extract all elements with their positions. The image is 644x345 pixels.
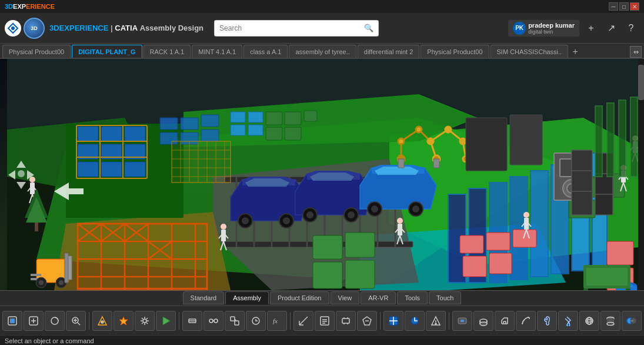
svg-rect-215 [626,288,630,290]
svg-rect-29 [201,115,219,127]
app-icon: 3DEXPERIENCE [5,3,55,10]
cmd-rotate-button[interactable] [45,311,65,331]
add-tab-button[interactable]: + [569,46,581,58]
svg-rect-18 [101,162,122,177]
cmd-fx-button[interactable]: fx [267,311,287,331]
close-button[interactable]: ✕ [630,2,639,11]
svg-rect-133 [530,171,548,277]
user-name: pradeep kumar [528,22,575,29]
cmd-sphere[interactable] [579,311,599,331]
svg-point-78 [398,138,404,144]
cmd-play-button[interactable] [156,311,176,331]
compass-button[interactable]: 3D [24,18,45,39]
user-name-area: pradeep kumar digital twin [528,22,575,35]
maximize-button[interactable]: □ [619,2,629,11]
svg-rect-37 [266,127,282,140]
search-box[interactable]: 🔍 [214,20,379,37]
add-button[interactable]: + [583,20,599,37]
svg-rect-152 [31,274,41,276]
nav-up-arrow[interactable] [16,161,26,168]
svg-marker-61 [310,172,354,181]
svg-rect-33 [231,125,245,135]
share-button[interactable]: ↗ [603,20,619,37]
cmd-star-button[interactable] [114,311,134,331]
cmd-wrench[interactable] [537,311,557,331]
svg-point-235 [101,321,104,323]
svg-point-79 [416,127,422,132]
tab-physical2[interactable]: Physical Product00 [421,45,489,58]
cmd-select-button[interactable] [2,311,22,331]
scroll-thumb[interactable] [638,65,644,100]
tab-assembly-tyree[interactable]: assembly of tyree.. [289,45,356,58]
nav-center-dot[interactable] [18,170,25,177]
cmd-snap-button[interactable] [92,311,112,331]
minimize-button[interactable]: ─ [609,2,618,11]
ds-logo[interactable] [5,20,21,37]
mode-tab-view[interactable]: View [331,291,360,304]
mode-tabs-bar: Standard Assembly Product Edition View A… [0,290,644,306]
tab-sim-chassis[interactable]: SIM CHASSISChassi.. [490,45,569,58]
svg-point-166 [221,224,226,230]
cmd-tool4[interactable] [516,311,536,331]
cmd-measure1[interactable] [293,311,313,331]
cmd-tool3[interactable] [495,311,515,331]
mode-tab-touch[interactable]: Touch [429,291,461,304]
cmd-constrain2[interactable] [203,311,223,331]
svg-point-89 [445,127,451,132]
cmd-paint[interactable] [558,311,578,331]
cmd-toggle[interactable] [622,311,642,331]
cmd-vis1[interactable] [383,311,403,331]
separator2 [179,312,179,330]
nav-right-arrow[interactable] [27,170,34,180]
mode-tab-tools[interactable]: Tools [397,291,428,304]
mode-tab-standard[interactable]: Standard [183,291,225,304]
svg-rect-30 [201,130,219,141]
cmd-constrain1[interactable] [182,311,202,331]
help-button[interactable]: ? [623,20,639,37]
nav-down-arrow[interactable] [16,182,26,189]
svg-rect-82 [398,159,404,168]
cmd-vis3[interactable] [426,311,446,331]
svg-line-257 [299,317,308,325]
cmd-cylinder[interactable] [600,311,620,331]
mode-tab-assembly[interactable]: Assembly [225,291,269,304]
nav-left-arrow[interactable] [8,170,15,180]
svg-point-295 [607,322,614,325]
cmd-measure3[interactable] [336,311,356,331]
cmd-constrain4[interactable] [246,311,266,331]
scene-canvas[interactable] [0,59,644,290]
mode-tab-product-edition[interactable]: Product Edition [270,291,329,304]
tab-digital-plant[interactable]: DIGITAL PLANT_G [72,45,142,58]
tab-classa[interactable]: class a A.1 [243,45,288,58]
svg-rect-143 [463,256,486,277]
svg-rect-213 [586,268,628,286]
svg-rect-223 [345,260,375,288]
cmd-move-button[interactable] [24,311,44,331]
tab-physical-product[interactable]: Physical Product00 [2,45,71,58]
cmd-explode-button[interactable] [135,311,155,331]
tab-mint41[interactable]: MINT 4.1 A.1 [192,45,242,58]
svg-rect-225 [10,319,15,323]
svg-point-57 [242,217,249,224]
user-area[interactable]: PK pradeep kumar digital twin [508,20,579,37]
search-input[interactable] [219,24,364,32]
svg-rect-25 [160,118,178,130]
svg-line-245 [142,323,143,324]
svg-rect-279 [461,320,464,322]
cmd-measure2[interactable] [315,311,335,331]
mode-tab-ar-vr[interactable]: AR-VR [361,291,396,304]
svg-text:fx: fx [273,317,278,324]
tab-differential[interactable]: differential mint 2 [358,45,420,58]
cmd-tool1[interactable] [452,311,472,331]
tab-rack1[interactable]: RACK 1 A.1 [144,45,191,58]
svg-rect-19 [125,162,145,177]
cmd-vis2[interactable] [405,311,425,331]
svg-marker-54 [245,178,289,187]
cmd-tool2[interactable] [473,311,493,331]
cmd-zoom-button[interactable] [66,311,86,331]
cmd-section[interactable] [357,311,377,331]
right-scrollbar[interactable] [638,59,644,290]
tab-expand-button[interactable]: ⇔ [630,46,642,58]
cmd-constrain3[interactable] [225,311,245,331]
separator5 [449,312,449,330]
